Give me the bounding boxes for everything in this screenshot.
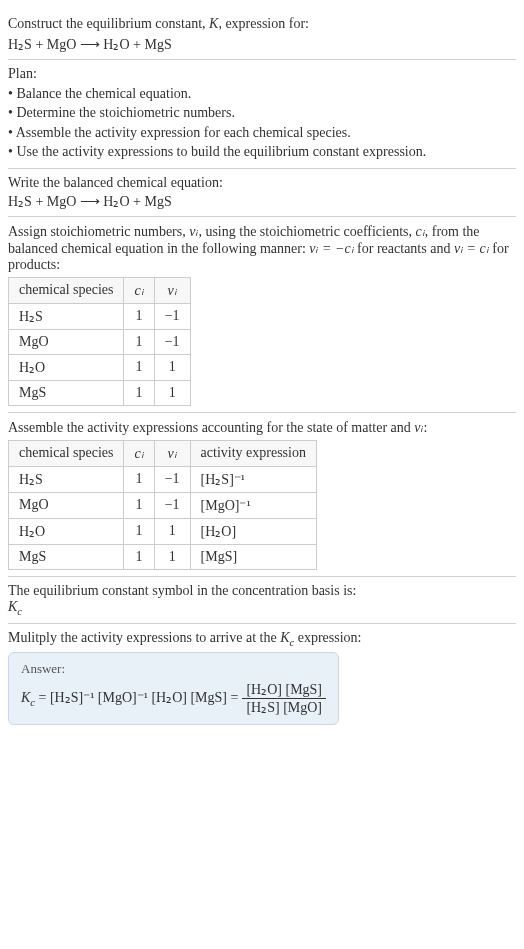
- header-equation: H₂S + MgO ⟶ H₂O + MgS: [8, 36, 516, 53]
- symbol-section: The equilibrium constant symbol in the c…: [8, 577, 516, 624]
- cell-c: 1: [124, 518, 154, 544]
- cell-nu: 1: [154, 380, 190, 405]
- activity-nu-i: νᵢ: [414, 420, 423, 435]
- answer-num: [H₂O] [MgS]: [242, 681, 326, 699]
- stoich-section: Assign stoichiometric numbers, νᵢ, using…: [8, 217, 516, 413]
- symbol-value: Kc: [8, 599, 516, 617]
- cell-nu: 1: [154, 354, 190, 380]
- th-nui: νᵢ: [154, 277, 190, 303]
- cell-species: MgO: [9, 492, 124, 518]
- table-row: MgO 1 −1: [9, 329, 191, 354]
- cell-c: 1: [124, 380, 154, 405]
- cell-nu: 1: [154, 544, 190, 569]
- cell-c: 1: [124, 303, 154, 329]
- cell-c: 1: [124, 354, 154, 380]
- multiply-title-b: expression:: [294, 630, 361, 645]
- prompt-text-a: Construct the equilibrium constant,: [8, 16, 209, 31]
- multiply-section: Mulitply the activity expressions to arr…: [8, 624, 516, 731]
- symbol-title: The equilibrium constant symbol in the c…: [8, 583, 516, 599]
- activity-table: chemical species cᵢ νᵢ activity expressi…: [8, 440, 317, 570]
- table-row: H₂S 1 −1 [H₂S]⁻¹: [9, 466, 317, 492]
- th-species: chemical species: [9, 277, 124, 303]
- activity-title-b: :: [424, 420, 428, 435]
- cell-species: MgS: [9, 544, 124, 569]
- cell-species: MgO: [9, 329, 124, 354]
- th-ci: cᵢ: [124, 440, 154, 466]
- balanced-title: Write the balanced chemical equation:: [8, 175, 516, 191]
- activity-title-a: Assemble the activity expressions accoun…: [8, 420, 414, 435]
- multiply-title-a: Mulitply the activity expressions to arr…: [8, 630, 280, 645]
- stoich-intro-b: , using the stoichiometric coefficients,: [198, 224, 415, 239]
- multiply-kc: K: [280, 630, 289, 645]
- cell-species: H₂O: [9, 518, 124, 544]
- stoich-intro: Assign stoichiometric numbers, νᵢ, using…: [8, 223, 516, 273]
- answer-den: [H₂S] [MgO]: [242, 699, 326, 716]
- cell-nu: −1: [154, 492, 190, 518]
- plan-title: Plan:: [8, 66, 516, 82]
- table-header-row: chemical species cᵢ νᵢ activity expressi…: [9, 440, 317, 466]
- cell-c: 1: [124, 466, 154, 492]
- table-row: H₂O 1 1 [H₂O]: [9, 518, 317, 544]
- table-row: H₂S 1 −1: [9, 303, 191, 329]
- plan-item-3: • Use the activity expressions to build …: [8, 142, 516, 162]
- header-section: Construct the equilibrium constant, K, e…: [8, 8, 516, 60]
- th-nui: νᵢ: [154, 440, 190, 466]
- th-species: chemical species: [9, 440, 124, 466]
- cell-nu: −1: [154, 303, 190, 329]
- cell-expr: [H₂S]⁻¹: [190, 466, 316, 492]
- plan-item-0: • Balance the chemical equation.: [8, 84, 516, 104]
- k-symbol: K: [209, 16, 218, 31]
- answer-fraction: [H₂O] [MgS] [H₂S] [MgO]: [242, 681, 326, 716]
- table-row: MgS 1 1 [MgS]: [9, 544, 317, 569]
- cell-nu: −1: [154, 466, 190, 492]
- stoich-c-i-1: cᵢ: [416, 224, 425, 239]
- table-row: MgO 1 −1 [MgO]⁻¹: [9, 492, 317, 518]
- cell-c: 1: [124, 329, 154, 354]
- prompt-text-b: , expression for:: [218, 16, 309, 31]
- construct-prompt: Construct the equilibrium constant, K, e…: [8, 14, 516, 34]
- stoich-rel1: νᵢ = −cᵢ: [309, 241, 353, 256]
- cell-nu: 1: [154, 518, 190, 544]
- cell-c: 1: [124, 544, 154, 569]
- activity-section: Assemble the activity expressions accoun…: [8, 413, 516, 577]
- balanced-section: Write the balanced chemical equation: H₂…: [8, 169, 516, 217]
- cell-nu: −1: [154, 329, 190, 354]
- table-header-row: chemical species cᵢ νᵢ: [9, 277, 191, 303]
- plan-item-1: • Determine the stoichiometric numbers.: [8, 103, 516, 123]
- table-row: H₂O 1 1: [9, 354, 191, 380]
- answer-label: Answer:: [21, 661, 326, 677]
- cell-c: 1: [124, 492, 154, 518]
- stoich-intro-a: Assign stoichiometric numbers,: [8, 224, 189, 239]
- plan-item-2: • Assemble the activity expression for e…: [8, 123, 516, 143]
- answer-expression: Kc = [H₂S]⁻¹ [MgO]⁻¹ [H₂O] [MgS] = [H₂O]…: [21, 681, 326, 716]
- cell-expr: [H₂O]: [190, 518, 316, 544]
- th-ci: cᵢ: [124, 277, 154, 303]
- answer-lhs: Kc = [H₂S]⁻¹ [MgO]⁻¹ [H₂O] [MgS] =: [21, 689, 238, 708]
- answer-box: Answer: Kc = [H₂S]⁻¹ [MgO]⁻¹ [H₂O] [MgS]…: [8, 652, 339, 725]
- cell-species: H₂S: [9, 466, 124, 492]
- stoich-rel2: νᵢ = cᵢ: [454, 241, 489, 256]
- cell-expr: [MgO]⁻¹: [190, 492, 316, 518]
- multiply-title: Mulitply the activity expressions to arr…: [8, 630, 516, 648]
- table-row: MgS 1 1: [9, 380, 191, 405]
- cell-expr: [MgS]: [190, 544, 316, 569]
- balanced-equation: H₂S + MgO ⟶ H₂O + MgS: [8, 193, 516, 210]
- cell-species: H₂O: [9, 354, 124, 380]
- plan-section: Plan: • Balance the chemical equation. •…: [8, 60, 516, 169]
- th-expr: activity expression: [190, 440, 316, 466]
- stoich-intro-d: for reactants and: [354, 241, 454, 256]
- stoich-table: chemical species cᵢ νᵢ H₂S 1 −1 MgO 1 −1…: [8, 277, 191, 406]
- cell-species: H₂S: [9, 303, 124, 329]
- cell-species: MgS: [9, 380, 124, 405]
- activity-title: Assemble the activity expressions accoun…: [8, 419, 516, 436]
